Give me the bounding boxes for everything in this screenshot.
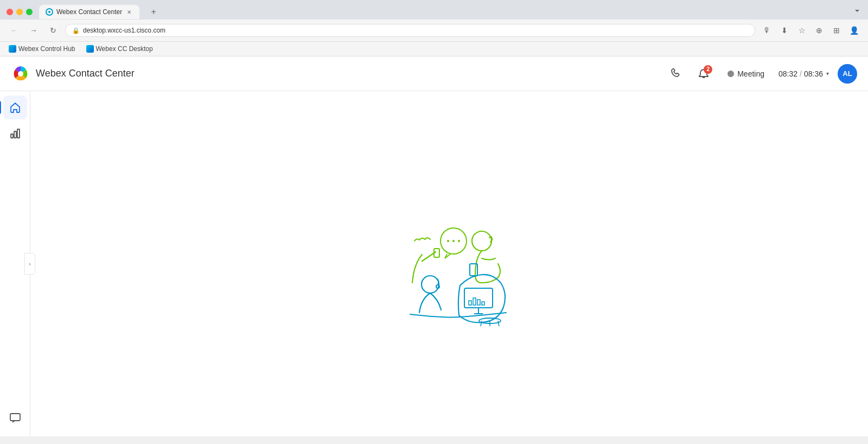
- new-tab-button[interactable]: +: [146, 4, 161, 20]
- notification-button[interactable]: 2: [694, 64, 713, 84]
- empty-state-illustration: [373, 193, 525, 334]
- svg-rect-20: [473, 298, 476, 305]
- forward-button[interactable]: →: [26, 23, 41, 38]
- phone-button[interactable]: [666, 64, 685, 84]
- tab-title: Webex Contact Center: [56, 8, 122, 16]
- bookmark-label-cc-desktop: Webex CC Desktop: [96, 45, 153, 53]
- app-logo: Webex Contact Center: [11, 64, 135, 84]
- bookmark-favicon-cc-desktop: [86, 45, 94, 53]
- svg-rect-19: [469, 301, 471, 305]
- sidebar: ›: [0, 91, 30, 436]
- svg-point-13: [458, 240, 460, 242]
- close-traffic-light[interactable]: [7, 9, 13, 15]
- tab-close-button[interactable]: ✕: [125, 8, 133, 16]
- active-tab[interactable]: Webex Contact Center ✕: [39, 5, 139, 19]
- tab-favicon: [46, 8, 53, 16]
- back-button[interactable]: ←: [7, 23, 22, 38]
- address-bar[interactable]: 🔒 desktop.wxcc-us1.cisco.com: [65, 24, 755, 37]
- download-icon[interactable]: ⬇: [777, 23, 792, 38]
- bookmark-control-hub[interactable]: Webex Control Hub: [7, 44, 78, 54]
- timer-separator: /: [800, 69, 802, 78]
- svg-point-11: [447, 240, 449, 242]
- bookmark-cc-desktop[interactable]: Webex CC Desktop: [84, 44, 155, 54]
- fullscreen-traffic-light[interactable]: [26, 9, 33, 15]
- sidebar-item-analytics[interactable]: [3, 122, 27, 145]
- svg-point-3: [18, 71, 23, 77]
- user-profile-icon[interactable]: 👤: [846, 23, 861, 38]
- svg-rect-4: [11, 134, 13, 138]
- status-button[interactable]: Meeting: [722, 66, 770, 81]
- webex-logo-icon: [11, 64, 30, 84]
- main-content: [30, 91, 868, 436]
- bookmark-star-icon[interactable]: ☆: [794, 23, 809, 38]
- svg-rect-22: [482, 302, 484, 305]
- sidebar-item-chat[interactable]: [3, 406, 27, 430]
- svg-point-14: [472, 231, 492, 251]
- app-title: Webex Contact Center: [36, 68, 135, 79]
- bookmark-favicon-control-hub: [9, 45, 16, 53]
- timer-display: 08:32 / 08:36 ▾: [778, 69, 829, 78]
- timer-current: 08:32: [778, 69, 797, 78]
- lock-icon: 🔒: [72, 27, 80, 34]
- svg-rect-6: [17, 129, 20, 138]
- timer-chevron-icon[interactable]: ▾: [826, 71, 829, 77]
- svg-rect-5: [14, 131, 16, 138]
- status-label: Meeting: [737, 69, 764, 78]
- sidebar-item-home[interactable]: [3, 96, 27, 119]
- traffic-lights: [7, 9, 33, 15]
- user-avatar[interactable]: AL: [838, 64, 857, 84]
- reload-button[interactable]: ↻: [46, 23, 61, 38]
- app-body: ›: [0, 91, 868, 436]
- address-text: desktop.wxcc-us1.cisco.com: [83, 27, 165, 34]
- microphone-icon[interactable]: 🎙: [760, 23, 775, 38]
- favorites-icon[interactable]: ⊕: [812, 23, 827, 38]
- svg-point-16: [422, 276, 439, 293]
- sidebar-expand-button[interactable]: ›: [24, 253, 35, 275]
- minimize-traffic-light[interactable]: [16, 9, 23, 15]
- app-header: Webex Contact Center 2 Meeting 08:: [0, 56, 868, 91]
- extensions-icon[interactable]: ⊞: [829, 23, 844, 38]
- status-indicator: [727, 71, 734, 77]
- browser-menu-button[interactable]: [853, 7, 861, 17]
- svg-point-1: [48, 11, 50, 13]
- svg-rect-7: [10, 414, 20, 421]
- svg-rect-21: [477, 300, 480, 305]
- timer-total: 08:36: [804, 69, 823, 78]
- svg-point-12: [452, 240, 455, 242]
- bookmark-label-control-hub: Webex Control Hub: [18, 45, 75, 53]
- notification-badge: 2: [704, 65, 712, 74]
